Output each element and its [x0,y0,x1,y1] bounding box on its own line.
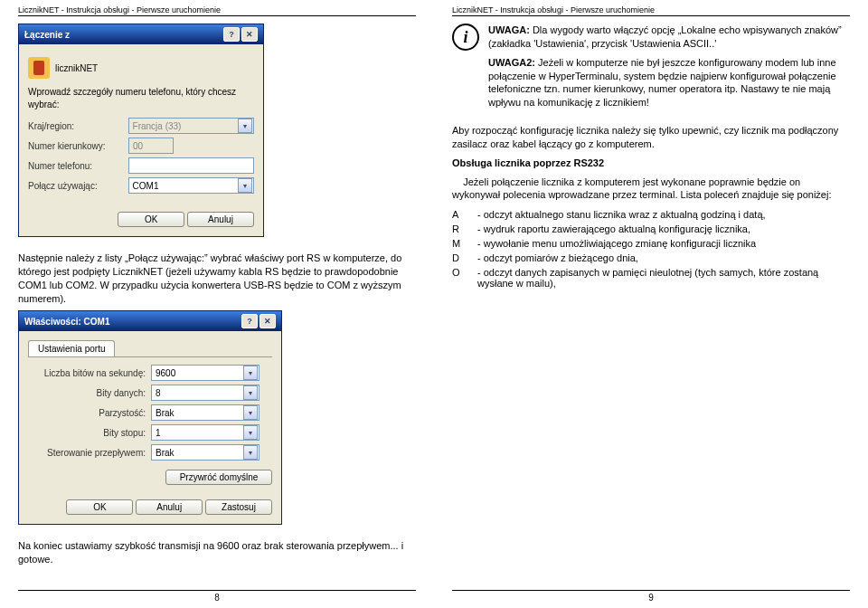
cmd-key: M [452,238,477,249]
note1-title: UWAGA: [488,24,530,35]
note1-body: Dla wygody warto włączyć opcję „Lokalne … [488,24,842,49]
page-number: 9 [648,593,654,603]
ok-button[interactable]: OK [118,212,184,227]
chevron-down-icon[interactable]: ▾ [238,178,252,193]
baud-combo[interactable]: 9600 ▾ [151,365,259,381]
dialog-title: Łączenie z [24,30,70,40]
close-icon[interactable]: ✕ [241,27,258,42]
cmd-key: O [452,267,477,289]
info-text: UWAGA: Dla wygody warto włączyć opcję „L… [488,24,850,115]
cmd-desc: - wydruk raportu zawierającego aktualną … [477,223,850,234]
cmd-desc: - odczyt pomiarów z bieżącego dnia, [477,252,850,263]
phone-label: Numer telefonu: [28,161,123,171]
left-paragraph-2: Na koniec ustawiamy szybkość transmisji … [18,539,416,566]
properties-dialog: Właściwości: COM1 ? ✕ Ustawienia portu L… [18,310,282,525]
info-box: i UWAGA: Dla wygody warto włączyć opcję … [452,24,850,115]
help-icon[interactable]: ? [223,27,240,42]
left-paragraph-1: Następnie należy z listy „Połącz używają… [18,252,416,305]
dialog-title: Właściwości: COM1 [24,317,109,327]
tab-bar: Ustawienia portu [28,340,272,357]
cmd-key: R [452,223,477,234]
chevron-down-icon[interactable]: ▾ [243,445,258,460]
section-heading: Obsługa licznika poprzez RS232 [452,157,850,170]
connect-combo[interactable]: COM1 ▾ [128,177,254,194]
defaults-button[interactable]: Przywróć domyślne [165,470,272,485]
connect-dialog: Łączenie z ? ✕ licznikNET Wprowadź szcze… [18,24,264,237]
right-paragraph-2: Jeżeli połączenie licznika z komputerem … [452,176,850,203]
chevron-down-icon[interactable]: ▾ [243,385,258,400]
page-header-left: LicznikNET - Instrukcja obsługi - Pierws… [18,5,416,16]
note2-body: Jeżeli w komputerze nie był jeszcze konf… [488,57,836,109]
dialog-titlebar: Łączenie z ? ✕ [19,24,263,44]
chevron-down-icon[interactable]: ▾ [243,405,258,420]
page-right: LicznikNET - Instrukcja obsługi - Pierws… [434,0,868,608]
stopbits-combo[interactable]: 1 ▾ [151,424,259,441]
flow-combo[interactable]: Brak ▾ [151,444,259,461]
cancel-button[interactable]: Anuluj [136,499,203,515]
databits-combo[interactable]: 8 ▾ [151,385,259,401]
phone-field[interactable] [128,157,254,174]
app-label: licznikNET [55,63,98,73]
flow-label: Sterowanie przepływem: [28,448,146,458]
page-left: LicznikNET - Instrukcja obsługi - Pierws… [0,0,434,608]
cmd-desc: - odczyt aktualnego stanu licznika wraz … [477,209,850,220]
command-list: A- odczyt aktualnego stanu licznika wraz… [452,209,850,289]
app-icon [28,57,50,79]
databits-label: Bity danych: [28,388,146,398]
chevron-down-icon[interactable]: ▾ [243,366,258,380]
dialog-prompt: Wprowadź szczegóły numeru telefonu, któr… [28,86,254,110]
note2-title: UWAGA2: [488,57,535,68]
info-icon: i [452,24,479,51]
apply-button[interactable]: Zastosuj [205,499,272,515]
stopbits-label: Bity stopu: [28,428,146,438]
cmd-key: A [452,209,477,220]
page-number: 8 [214,593,220,603]
cmd-desc: - odczyt danych zapisanych w pamięci nie… [477,267,850,289]
cmd-desc: - wywołanie menu umożliwiającego zmianę … [477,238,850,249]
country-label: Kraj/region: [28,121,123,131]
baud-label: Liczba bitów na sekundę: [28,368,146,378]
connect-label: Połącz używając: [28,181,123,191]
page-footer-right: 9 [452,590,850,603]
chevron-down-icon[interactable]: ▾ [243,425,258,440]
dialog-titlebar: Właściwości: COM1 ? ✕ [19,311,281,331]
cancel-button[interactable]: Anuluj [187,212,254,227]
page-footer-left: 8 [18,590,416,603]
area-label: Numer kierunkowy: [28,141,123,151]
parity-combo[interactable]: Brak ▾ [151,404,259,421]
country-combo[interactable]: Francja (33) ▾ [128,118,254,134]
tab-port-settings[interactable]: Ustawienia portu [28,340,115,356]
close-icon[interactable]: ✕ [259,314,276,328]
page-header-right: LicznikNET - Instrukcja obsługi - Pierws… [452,5,850,16]
chevron-down-icon[interactable]: ▾ [238,119,252,133]
cmd-key: D [452,252,477,263]
right-paragraph-1: Aby rozpocząć konfigurację licznika nale… [452,124,850,151]
area-field[interactable]: 00 [128,138,174,154]
ok-button[interactable]: OK [66,499,133,515]
parity-label: Parzystość: [28,408,146,418]
help-icon[interactable]: ? [241,314,258,328]
